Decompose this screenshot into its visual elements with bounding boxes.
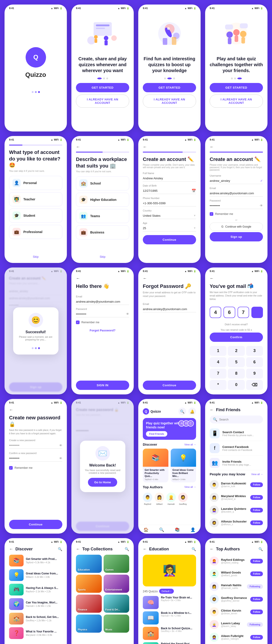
remember-checkbox[interactable]: ✓ — [9, 466, 13, 470]
author-follow-2[interactable]: Follow — [250, 572, 263, 576]
password-input[interactable] — [210, 203, 260, 209]
email-input[interactable] — [143, 306, 196, 312]
edu-item-2[interactable]: 📖 Book is a Window to t... Hannah • 4k •… — [143, 611, 196, 624]
already-account-btn[interactable]: I ALREADY HAVE AN ACCOUNT — [76, 94, 129, 108]
filter-default[interactable]: Default ↕ — [159, 589, 174, 594]
find-friends-btn[interactable]: Find Friends — [146, 431, 167, 436]
coll-education[interactable]: Education — [76, 555, 102, 573]
search-input[interactable] — [219, 418, 260, 421]
authors-view-all[interactable]: View all → — [184, 486, 196, 488]
author-2[interactable]: 👩 Willard — [154, 492, 164, 505]
nav-profile[interactable]: 👤 — [190, 527, 196, 532]
author-follow-4[interactable]: Follow — [250, 597, 263, 602]
author-follow-1[interactable]: Follow — [250, 559, 263, 564]
discover-item-3[interactable]: 🎮 Having Fun & Always S... Rayford • 2.1… — [9, 584, 62, 596]
author-follow-3[interactable]: Following — [247, 584, 263, 589]
otp-digit-3[interactable]: 7 — [238, 307, 249, 318]
coll-food[interactable]: Food & Dri... — [104, 594, 130, 613]
back-arrow[interactable]: ← — [210, 276, 263, 281]
edu-item-1[interactable]: 🧠 Re-Train Your Brain wi... Rayford • 5k… — [143, 596, 196, 609]
already-account-btn[interactable]: I ALREADY HAVE AN ACCOUNT — [143, 94, 196, 108]
confirm-btn[interactable]: Confirm — [210, 332, 263, 342]
back-arrow[interactable]: ← — [76, 547, 80, 552]
nav-home[interactable]: 🏠 — [144, 527, 148, 532]
author-3[interactable]: 👱 Hannah — [166, 492, 176, 505]
num-5[interactable]: 5 — [228, 357, 244, 367]
signin-btn[interactable]: SIGN IN — [76, 380, 129, 390]
continue-btn[interactable]: Continue — [143, 235, 196, 244]
fullname-input[interactable] — [143, 175, 196, 182]
email-input[interactable] — [76, 298, 129, 305]
skip-link[interactable]: Skip — [9, 253, 62, 258]
discover-item-6[interactable]: ❓ What is Your Favorite ... Maryland • 0… — [9, 627, 62, 639]
otp-digit-4[interactable] — [251, 307, 263, 318]
people-view-all[interactable]: View all → — [251, 473, 263, 476]
coll-physics[interactable]: Physics — [76, 614, 102, 633]
back-arrow[interactable]: ← — [210, 408, 214, 412]
search-bar[interactable]: 🔍 — [210, 416, 263, 424]
workplace-school[interactable]: 🏫 School — [76, 176, 129, 190]
search-btn[interactable]: 🔍 — [192, 547, 196, 551]
num-4[interactable]: 4 — [210, 357, 226, 367]
search-contact-item[interactable]: 📱 Search Contact Find friends by phone n… — [210, 426, 263, 441]
workplace-higher-ed[interactable]: 🎓 Higher Education — [76, 193, 129, 207]
discover-item-2[interactable]: 💡 Great Ideas Come from... Willard • 3.2… — [9, 569, 62, 581]
otp-digit-2[interactable]: 6 — [224, 307, 235, 318]
author-follow-5[interactable]: Follow — [250, 610, 263, 614]
confirm-pass-input[interactable] — [9, 455, 59, 461]
coll-sports[interactable]: Sports — [76, 575, 102, 593]
back-arrow[interactable]: ← — [9, 408, 62, 412]
back-arrow[interactable]: ← — [210, 547, 214, 552]
skip-link[interactable]: Skip — [76, 253, 129, 258]
username-input[interactable] — [210, 178, 260, 184]
author-4[interactable]: 🧔 Geoffrey — [178, 492, 188, 505]
coll-entertainment[interactable]: Entertainment — [104, 575, 130, 593]
author-1[interactable]: 👨 Rayford — [143, 492, 152, 505]
phone-input[interactable] — [143, 200, 196, 206]
already-account-btn[interactable]: I ALREADY HAVE AN ACCOUNT — [210, 94, 263, 108]
num-0[interactable]: 0 — [228, 380, 244, 390]
password-input[interactable] — [76, 311, 126, 317]
account-type-student[interactable]: 🎓 Student — [9, 208, 62, 222]
notification-btn[interactable]: 🔔 — [188, 408, 196, 415]
back-arrow[interactable]: ← — [210, 144, 263, 150]
discover-item-1[interactable]: 📚 Get Smarter with Prod... Tayford • 5.3… — [9, 555, 62, 566]
coll-music[interactable]: Music — [104, 614, 130, 633]
follow-btn-2[interactable]: Follow — [250, 495, 263, 500]
back-arrow[interactable]: ← — [143, 144, 196, 150]
coll-finance[interactable]: Finance — [76, 594, 102, 613]
discover-view-all[interactable]: View all → — [184, 443, 196, 446]
back-arrow[interactable]: ← — [143, 547, 147, 552]
get-started-btn[interactable]: GET STARTED — [143, 83, 196, 92]
num-star[interactable]: * — [210, 380, 226, 390]
get-started-btn[interactable]: GET STARTED — [210, 83, 263, 92]
nav-search[interactable]: 🔍 — [159, 527, 164, 532]
dob-input[interactable] — [143, 188, 192, 194]
discover-item-4[interactable]: 🌍 Can You Imagine, Worl... Hannah • 1.8k… — [9, 598, 62, 610]
get-started-btn[interactable]: GET STARTED — [76, 83, 129, 92]
signup-btn[interactable]: Sign up — [210, 232, 263, 242]
quiz-card-2[interactable]: 💡 Great Ideas Come from Brilliant Min...… — [171, 448, 196, 482]
back-arrow[interactable]: ← — [76, 276, 129, 281]
nav-library[interactable]: 📚 — [175, 527, 180, 532]
num-7[interactable]: 7 — [210, 368, 226, 378]
connect-facebook-item[interactable]: f Connect Facebook Find contacts on Face… — [210, 441, 263, 456]
new-pass-input[interactable] — [9, 442, 59, 448]
num-backspace[interactable]: ⌫ — [246, 380, 263, 390]
age-input[interactable] — [143, 225, 193, 231]
edu-item-4[interactable]: 💡 Behind the Smart Brai... Willard • 2k … — [143, 642, 196, 644]
author-follow-7[interactable]: Follow — [250, 635, 263, 640]
num-2[interactable]: 2 — [228, 346, 244, 356]
author-follow-6[interactable]: Following — [247, 622, 263, 627]
invite-friends-item[interactable]: 👥 Invite Friends Find friends to play to… — [210, 456, 263, 470]
follow-btn-4[interactable]: Follow — [250, 520, 263, 525]
back-arrow[interactable]: ← — [9, 547, 13, 552]
follow-btn-1[interactable]: Follow — [250, 482, 263, 487]
search-btn[interactable]: 🔍 — [178, 408, 186, 415]
workplace-teams[interactable]: 👥 Teams — [76, 209, 129, 223]
num-1[interactable]: 1 — [210, 346, 226, 356]
search-btn[interactable]: 🔍 — [58, 547, 62, 551]
discover-item-5[interactable]: 🏫 Back to School, Get Sm... Geoffrey • 1… — [9, 613, 62, 624]
email-input[interactable] — [210, 190, 263, 196]
account-type-teacher[interactable]: 👨‍🏫 Teacher — [9, 192, 62, 206]
